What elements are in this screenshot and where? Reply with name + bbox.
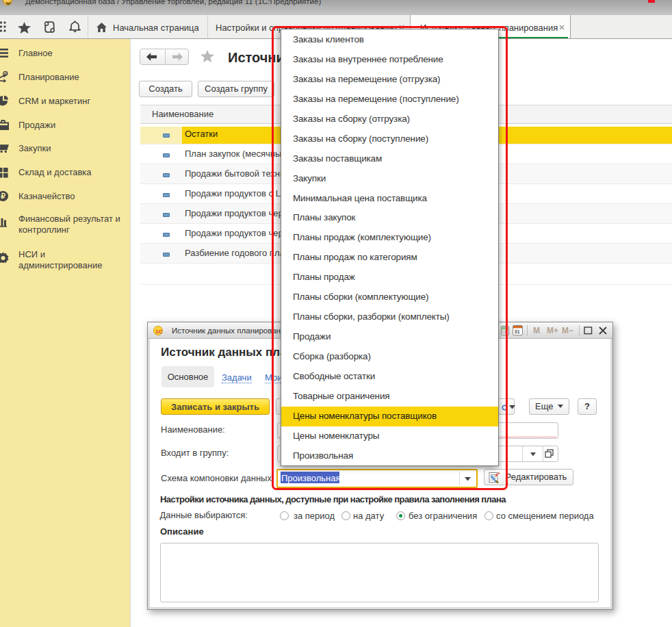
svg-text:₽: ₽ bbox=[4, 72, 7, 76]
svg-text:₽: ₽ bbox=[1, 192, 5, 200]
svg-text:31: 31 bbox=[514, 329, 519, 335]
